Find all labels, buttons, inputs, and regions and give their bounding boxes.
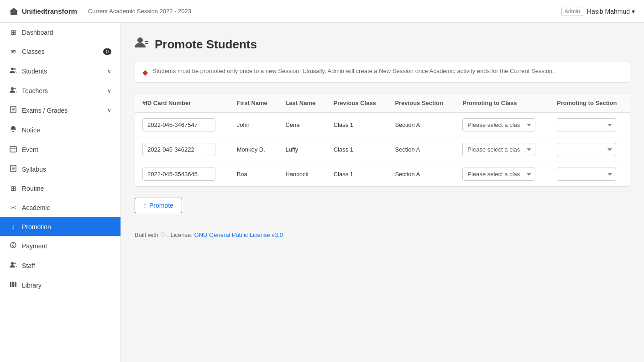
user-name: Hasib Mahmud — [587, 8, 630, 15]
navbar-right: Admin Hasib Mahmud ▾ — [561, 7, 635, 16]
staff-icon — [9, 261, 17, 270]
table-row: Monkey D. Luffy Class 1 Section A Please… — [135, 137, 630, 162]
col-first-name: First Name — [230, 94, 278, 112]
admin-label: Admin — [561, 7, 583, 16]
promotion-icon: ↕ — [9, 223, 17, 231]
id-card-input[interactable] — [142, 168, 215, 181]
heart-icon: ♡ — [160, 231, 166, 238]
main-content: Promote Students ◆ Students must be prom… — [121, 23, 644, 362]
table-row: Boa Hancock Class 1 Section A Please sel… — [135, 162, 630, 187]
svg-point-1 — [14, 68, 16, 70]
built-with-text: Built with — [135, 231, 158, 238]
svg-rect-24 — [145, 41, 148, 42]
cell-promoting-section: Section A Section B — [550, 162, 630, 187]
sidebar-item-syllabus[interactable]: Syllabus — [0, 159, 120, 179]
id-card-input[interactable] — [142, 118, 215, 131]
academic-icon: ✂ — [9, 204, 17, 212]
students-icon — [9, 67, 17, 75]
promoting-class-select[interactable]: Please select a clas Class 1 Class 2 Cla… — [462, 168, 535, 181]
top-navbar: Unifiedtransform Current Academic Sessio… — [0, 0, 644, 23]
cell-first-name: John — [230, 112, 278, 137]
sidebar-item-label: Students — [22, 68, 47, 75]
exams-arrow-icon: ∨ — [107, 107, 111, 114]
sidebar-item-label: Exams / Grades — [22, 107, 68, 114]
cell-last-name: Cena — [278, 112, 326, 137]
alert-box: ◆ Students must be promoted only once to… — [135, 62, 630, 83]
cell-last-name: Luffy — [278, 137, 326, 162]
cell-prev-section: Section A — [387, 162, 455, 187]
svg-point-19 — [14, 262, 16, 264]
dashboard-icon: ⊞ — [9, 28, 17, 37]
cell-prev-class: Class 1 — [326, 137, 388, 162]
cell-promoting-class: Please select a clas Class 1 Class 2 Cla… — [455, 112, 550, 137]
teachers-arrow-icon: ∨ — [107, 88, 111, 94]
promote-button[interactable]: ↕ Promote — [135, 198, 182, 213]
cell-prev-section: Section A — [387, 137, 455, 162]
promote-table-container: #ID Card Number First Name Last Name Pre… — [135, 94, 630, 187]
table-row: John Cena Class 1 Section A Please selec… — [135, 112, 630, 137]
svg-rect-22 — [15, 282, 16, 287]
cell-promoting-section: Section A Section B — [550, 112, 630, 137]
sidebar: ⊞ Dashboard ≋ Classes 0 Students ∨ Teach… — [0, 23, 121, 362]
svg-rect-20 — [10, 282, 11, 287]
sidebar-item-notice[interactable]: Notice — [0, 120, 120, 140]
sidebar-item-routine[interactable]: ⊞ Routine — [0, 179, 120, 198]
promote-students-icon — [135, 37, 149, 52]
cell-id — [135, 112, 230, 137]
svg-rect-21 — [12, 282, 14, 287]
sidebar-item-event[interactable]: Event — [0, 140, 120, 159]
sidebar-item-label: Academic — [22, 204, 50, 211]
id-card-input[interactable] — [142, 143, 215, 156]
promoting-section-select[interactable]: Section A Section B — [557, 118, 616, 131]
promoting-section-select[interactable]: Section A Section B — [557, 143, 616, 156]
teachers-icon — [9, 86, 17, 95]
promoting-class-select[interactable]: Please select a clas Class 1 Class 2 Cla… — [462, 118, 535, 131]
sidebar-item-staff[interactable]: Staff — [0, 256, 120, 275]
user-menu[interactable]: Hasib Mahmud ▾ — [587, 8, 635, 15]
sidebar-item-payment[interactable]: Payment — [0, 236, 120, 256]
col-prev-section: Previous Section — [387, 94, 455, 112]
brand-logo[interactable]: Unifiedtransform — [9, 7, 77, 15]
sidebar-item-label: Teachers — [22, 87, 48, 94]
sidebar-item-students[interactable]: Students ∨ — [0, 61, 120, 81]
sidebar-item-label: Classes — [22, 48, 45, 55]
sidebar-item-library[interactable]: Library — [0, 275, 120, 295]
sidebar-item-dashboard[interactable]: ⊞ Dashboard — [0, 23, 120, 42]
sidebar-item-exams-grades[interactable]: Exams / Grades ∨ — [0, 100, 120, 120]
cell-last-name: Hancock — [278, 162, 326, 187]
promoting-class-select[interactable]: Please select a clas Class 1 Class 2 Cla… — [462, 143, 535, 156]
col-promoting-class: Promoting to Class — [455, 94, 550, 112]
svg-point-18 — [11, 262, 14, 265]
sidebar-item-label: Payment — [22, 242, 47, 250]
sidebar-item-promotion[interactable]: ↕ Promotion — [0, 217, 120, 236]
svg-point-2 — [11, 87, 14, 90]
sidebar-item-teachers[interactable]: Teachers ∨ — [0, 81, 120, 100]
cell-prev-class: Class 1 — [326, 112, 388, 137]
user-dropdown-icon: ▾ — [632, 8, 635, 15]
sidebar-item-classes[interactable]: ≋ Classes 0 — [0, 42, 120, 61]
sidebar-item-label: Promotion — [22, 223, 51, 231]
license-link[interactable]: GNU General Public License v3.0 — [194, 231, 283, 238]
cell-first-name: Monkey D. — [230, 137, 278, 162]
promote-button-icon: ↕ — [143, 202, 147, 209]
sidebar-item-label: Dashboard — [22, 29, 53, 36]
svg-point-3 — [14, 88, 16, 89]
cell-id — [135, 162, 230, 187]
promote-button-label: Promote — [149, 202, 173, 209]
svg-rect-9 — [10, 147, 16, 152]
cell-promoting-section: Section A Section B — [550, 137, 630, 162]
col-prev-class: Previous Class — [326, 94, 388, 112]
license-text: . License: — [167, 231, 193, 238]
page-title-section: Promote Students — [135, 37, 630, 52]
svg-rect-25 — [145, 43, 148, 44]
footer: Built with ♡ . License: GNU General Publ… — [135, 227, 630, 238]
promoting-section-select[interactable]: Section A Section B — [557, 168, 616, 181]
svg-rect-8 — [12, 131, 14, 132]
sidebar-item-academic[interactable]: ✂ Academic — [0, 198, 120, 217]
cell-promoting-class: Please select a clas Class 1 Class 2 Cla… — [455, 137, 550, 162]
cell-prev-class: Class 1 — [326, 162, 388, 187]
col-id: #ID Card Number — [135, 94, 230, 112]
cell-id — [135, 137, 230, 162]
event-icon — [9, 145, 17, 154]
syllabus-icon — [9, 165, 17, 173]
